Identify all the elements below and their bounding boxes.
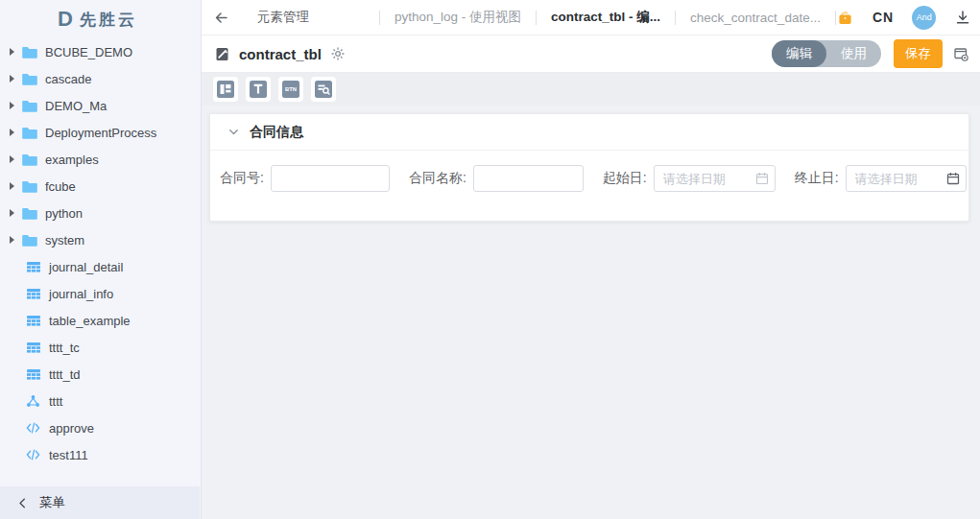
tab-contract-tbl[interactable]: contract_tbl - 编... (537, 9, 675, 26)
tree-folder-demo-ma[interactable]: DEMO_Ma (0, 92, 200, 119)
contract-info-panel: 合同信息 合同号: 合同名称: 起始日: (209, 113, 969, 222)
folder-icon (22, 99, 37, 112)
tree-label: DEMO_Ma (45, 99, 107, 113)
section-title: 合同信息 (250, 124, 303, 141)
tree-folder-fcube[interactable]: fcube (0, 173, 200, 200)
tree-label: journal_detail (49, 260, 123, 274)
tree-item-tttt[interactable]: tttt (0, 388, 200, 414)
tree-item-test111[interactable]: test111 (0, 441, 200, 468)
share-icon (26, 394, 41, 408)
tree-item-tttt-td[interactable]: tttt_td (0, 361, 200, 388)
contract-name-input[interactable] (473, 165, 584, 192)
caret-right-icon[interactable] (10, 102, 14, 109)
field-contract-name: 合同名称: (409, 165, 584, 192)
tree-item-tttt-tc[interactable]: tttt_tc (0, 334, 200, 361)
download-icon[interactable] (954, 9, 971, 26)
tree-folder-python[interactable]: python (0, 200, 200, 226)
code-icon (26, 421, 41, 435)
save-template-icon[interactable] (952, 45, 970, 63)
logo-mark-icon: D (58, 9, 73, 30)
tree-folder-cascade[interactable]: cascade (0, 65, 200, 92)
folder-icon (22, 72, 37, 85)
tab-python-log[interactable]: python_log - 使用视图 (380, 9, 536, 26)
table-icon (26, 260, 41, 273)
language-switcher[interactable]: CN (872, 10, 894, 25)
tree-label: tttt (49, 394, 62, 409)
svg-text:BTN: BTN (285, 86, 297, 92)
gear-icon[interactable] (330, 46, 346, 61)
topbar-actions: CN And (836, 6, 971, 30)
start-date-input[interactable] (654, 165, 776, 192)
tree-label: BCUBE_DEMO (45, 45, 132, 59)
page-title: contract_tbl (239, 46, 322, 62)
tree-item-journal-detail[interactable]: journal_detail (0, 253, 200, 280)
caret-right-icon[interactable] (10, 129, 14, 136)
element-tree: BCUBE_DEMO cascade DEMO_Ma DeploymentPro… (0, 38, 200, 486)
contract-number-input[interactable] (271, 165, 390, 192)
field-label: 终止日: (795, 170, 839, 187)
tree-label: cascade (45, 72, 91, 86)
avatar[interactable]: And (912, 6, 936, 30)
caret-right-icon[interactable] (10, 209, 14, 217)
caret-right-icon[interactable] (10, 236, 14, 244)
caret-right-icon[interactable] (10, 75, 14, 83)
caret-right-icon[interactable] (10, 48, 14, 56)
logo-title: 先胜云 (80, 9, 137, 31)
code-icon (26, 448, 41, 461)
start-date-picker[interactable] (654, 165, 776, 192)
folder-icon (22, 206, 37, 220)
layout-widget-button[interactable] (213, 77, 238, 102)
end-date-picker[interactable] (846, 165, 967, 192)
canvas-area: 合同信息 合同号: 合同名称: 起始日: (202, 106, 980, 519)
app-window: D 先胜云 BCUBE_DEMO cascade DEMO_Ma (0, 0, 980, 519)
caret-right-icon[interactable] (10, 182, 14, 190)
text-widget-button[interactable] (246, 77, 271, 102)
mode-edit-button[interactable]: 编辑 (772, 40, 826, 67)
table-icon (26, 314, 41, 327)
sidebar: D 先胜云 BCUBE_DEMO cascade DEMO_Ma (0, 0, 202, 519)
tab-element-management[interactable]: 元素管理 (243, 9, 323, 26)
chevron-down-icon[interactable] (227, 126, 240, 138)
tree-folder-examples[interactable]: examples (0, 146, 200, 173)
tree-label: DeploymentProcess (45, 126, 156, 140)
tree-folder-system[interactable]: system (0, 226, 200, 253)
tree-label: system (45, 233, 84, 248)
query-widget-button[interactable] (311, 77, 336, 102)
table-icon (26, 367, 41, 381)
caret-right-icon[interactable] (10, 155, 14, 163)
end-date-input[interactable] (846, 165, 967, 192)
logo: D 先胜云 (0, 0, 201, 38)
widget-toolbar: BTN (202, 73, 980, 106)
layout-icon (217, 81, 234, 98)
mode-toggle: 编辑 使用 (772, 40, 881, 67)
table-icon (26, 341, 41, 354)
tree-label: fcube (45, 179, 76, 194)
tab-check-contract-date[interactable]: check_contract_date... (676, 11, 835, 25)
table-icon (26, 287, 41, 300)
folder-icon (22, 45, 37, 59)
main-area: 元素管理 python_log - 使用视图 contract_tbl - 编.… (202, 0, 980, 519)
header-actions: 编辑 使用 保存 (772, 39, 970, 68)
edit-document-icon (214, 46, 230, 62)
query-form-icon (315, 81, 332, 98)
tree-folder-bcube-demo[interactable]: BCUBE_DEMO (0, 38, 200, 65)
tree-label: test111 (49, 448, 88, 462)
tree-item-table-example[interactable]: table_example (0, 307, 200, 334)
field-label: 合同名称: (409, 170, 466, 187)
field-start-date: 起始日: (603, 165, 776, 192)
button-widget-button[interactable]: BTN (278, 77, 303, 102)
marketplace-bag-icon[interactable] (836, 9, 854, 27)
tree-item-approve[interactable]: approve (0, 414, 200, 441)
tree-label: python (45, 206, 83, 221)
save-button[interactable]: 保存 (894, 39, 943, 68)
back-button[interactable] (213, 10, 229, 26)
panel-collapse-header[interactable]: 合同信息 (210, 114, 968, 151)
field-label: 合同号: (220, 170, 264, 187)
panel-body: 合同号: 合同名称: 起始日: (210, 151, 968, 221)
sidebar-collapse-button[interactable]: 菜单 (0, 486, 200, 519)
mode-use-button[interactable]: 使用 (826, 40, 881, 67)
folder-icon (22, 153, 37, 166)
tree-item-journal-info[interactable]: journal_info (0, 280, 200, 307)
collapse-label: 菜单 (39, 494, 65, 511)
tree-folder-deploymentprocess[interactable]: DeploymentProcess (0, 119, 200, 146)
